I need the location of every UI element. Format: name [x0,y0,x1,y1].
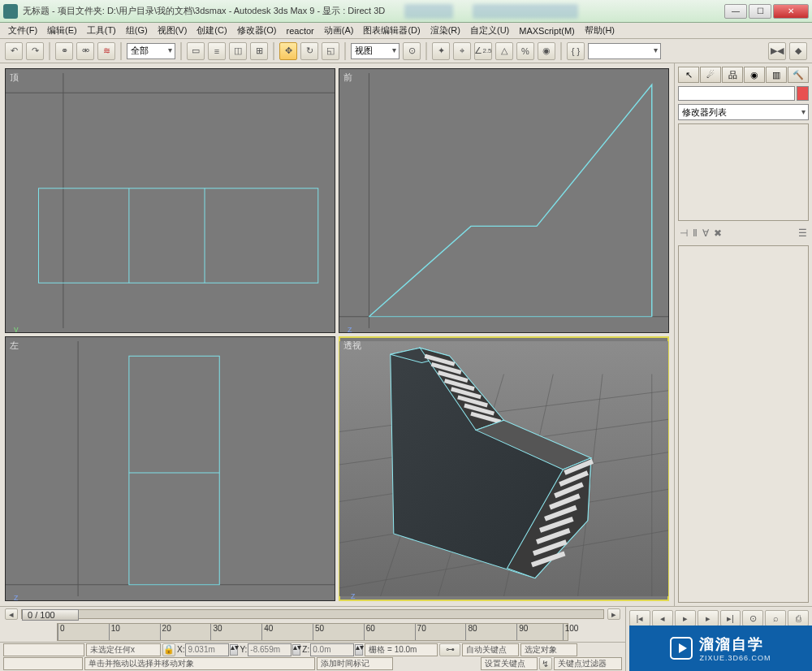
percent-snap-toggle[interactable]: △ [495,42,513,60]
key-filters-icon[interactable]: ↯ [539,657,552,670]
main-toolbar: ↶ ↷ ⚭ ⚮ ≋ 全部 ▭ ≡ ◫ ⊞ ✥ ↻ ◱ 视图 ⊙ ✦ ⌖ ∠2.5… [0,39,812,63]
configure-sets-icon[interactable]: ☰ [798,227,807,239]
maximize-button[interactable]: ☐ [749,4,771,19]
select-by-name-button[interactable]: ≡ [208,42,226,60]
z-spinner[interactable]: ▴▾ [355,644,363,656]
time-slider[interactable]: 0 / 100 [21,609,604,619]
modifier-list-dropdown[interactable]: 修改器列表 [678,104,809,120]
modifier-rollout-area [678,245,809,603]
menu-customize[interactable]: 自定义(U) [465,24,514,37]
y-spinner[interactable]: ▴▾ [292,644,300,656]
pin-stack-icon[interactable]: ⊣ [680,227,688,239]
menu-group[interactable]: 组(G) [121,24,153,37]
script-listener[interactable] [3,643,84,656]
menu-animation[interactable]: 动画(A) [319,24,359,37]
grid-display: 栅格 = 10.0m [365,643,438,656]
minimize-button[interactable]: — [724,4,747,19]
named-sel-sets[interactable]: ◉ [538,42,555,60]
show-end-result-icon[interactable]: Ⅱ [693,227,698,239]
z-input[interactable] [310,643,354,656]
set-key-button[interactable]: 设置关键点 [481,657,538,670]
viewport-left[interactable]: 左 zyx [5,336,335,601]
menu-help[interactable]: 帮助(H) [580,24,620,37]
viewport-top[interactable]: 顶 yxz [5,68,335,333]
tab-hierarchy[interactable]: 品 [722,67,743,83]
menu-grapheditors[interactable]: 图表编辑器(D) [358,24,425,37]
menu-modifiers[interactable]: 修改器(O) [232,24,282,37]
selection-filter[interactable]: 全部 [127,43,175,59]
select-region-button[interactable]: ◫ [229,42,247,60]
auto-key-toggle[interactable]: 自动关键点 [462,643,519,656]
svg-text:z: z [348,326,352,333]
selected-label[interactable]: 选定对象 [520,643,577,656]
viewport-area: 顶 yxz 前 zxy [0,63,674,606]
add-time-tag[interactable]: 添加时间标记 [317,657,393,670]
x-input[interactable] [185,643,229,656]
play-button[interactable]: ▸ [675,610,696,626]
menu-tools[interactable]: 工具(T) [82,24,121,37]
menu-reactor[interactable]: reactor [282,26,319,36]
remove-modifier-icon[interactable]: ✖ [714,227,722,239]
object-name-input[interactable] [678,86,795,101]
bind-spacewarp-button[interactable]: ≋ [97,42,115,60]
tab-modify[interactable]: ☄ [700,67,721,83]
key-mode-icon[interactable]: ⊶ [439,643,460,656]
manipulate-button[interactable]: ✦ [432,42,450,60]
app-icon [3,4,18,19]
play-icon [670,637,693,660]
x-spinner[interactable]: ▴▾ [230,644,238,656]
align-button[interactable]: ◆ [789,42,807,60]
next-frame-button[interactable]: ▸ [698,610,719,626]
selection-sets-button[interactable]: { } [567,42,585,60]
time-tag-button[interactable]: ⎙ [788,610,809,626]
menu-file[interactable]: 文件(F) [3,24,42,37]
close-button[interactable]: ✕ [773,4,809,19]
ref-coord-system[interactable]: 视图 [351,43,400,59]
tab-utilities[interactable]: 🔨 [788,67,809,83]
undo-button[interactable]: ↶ [5,42,23,60]
viewport-perspective[interactable]: 透视 [339,336,669,601]
viewport-front[interactable]: 前 zxy [339,68,669,333]
blurred-region [473,4,578,19]
goto-start-button[interactable]: |◂ [629,610,650,626]
link-button[interactable]: ⚭ [55,42,73,60]
tab-display[interactable]: ▥ [766,67,787,83]
select-button[interactable]: ▭ [187,42,205,60]
tab-create[interactable]: ↖ [678,67,699,83]
object-color-swatch[interactable] [797,86,809,101]
move-button[interactable]: ✥ [279,42,297,60]
time-config-button[interactable]: ⊙ [742,610,763,626]
menu-create[interactable]: 创建(C) [192,24,231,37]
rotate-button[interactable]: ↻ [300,42,318,60]
scale-button[interactable]: ◱ [322,42,339,60]
script-mini[interactable] [3,657,83,670]
window-crossing-button[interactable]: ⊞ [250,42,268,60]
modifier-stack[interactable] [678,123,809,221]
prev-frame-button[interactable]: ◂ [652,610,673,626]
track-bar[interactable]: 0 10 20 30 40 50 60 70 80 90 100 [57,623,568,641]
selection-sets-list[interactable] [588,43,661,59]
time-slider-next[interactable]: ▸ [607,608,620,620]
snap-toggle[interactable]: ⌖ [453,42,471,60]
watermark-overlay: 溜溜自学 ZIXUE.3D66.COM [629,626,812,671]
pivot-button[interactable]: ⊙ [403,42,421,60]
menubar: 文件(F) 编辑(E) 工具(T) 组(G) 视图(V) 创建(C) 修改器(O… [0,23,812,39]
y-input[interactable] [248,643,292,656]
goto-end-button[interactable]: ▸| [720,610,741,626]
key-filters-button[interactable]: 关键点过滤器 [554,657,622,670]
unlink-button[interactable]: ⚮ [76,42,94,60]
spinner-snap-toggle[interactable]: % [516,42,534,60]
time-slider-thumb[interactable]: 0 / 100 [22,609,79,621]
tab-motion[interactable]: ◉ [744,67,765,83]
make-unique-icon[interactable]: ∀ [702,227,709,239]
selection-lock-toggle[interactable]: 🔒 [162,643,175,656]
angle-snap-toggle[interactable]: ∠2.5 [474,42,492,60]
mirror-button[interactable]: ▶◀ [768,42,786,60]
menu-maxscript[interactable]: MAXScript(M) [514,26,579,36]
key-mode-button[interactable]: ⌕ [765,610,786,626]
redo-button[interactable]: ↷ [26,42,44,60]
menu-rendering[interactable]: 渲染(R) [425,24,465,37]
menu-edit[interactable]: 编辑(E) [42,24,82,37]
time-slider-prev[interactable]: ◂ [5,608,18,620]
menu-views[interactable]: 视图(V) [153,24,192,37]
